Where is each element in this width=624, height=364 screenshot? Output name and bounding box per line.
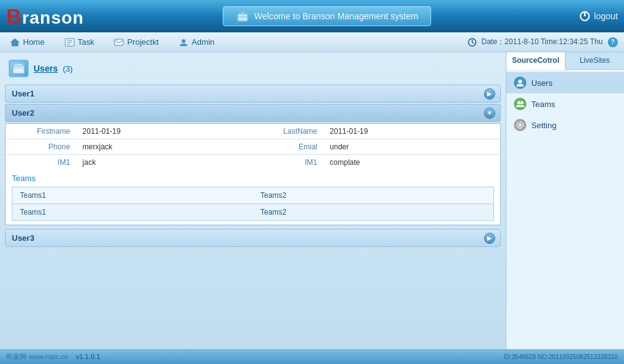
admin-icon: [179, 38, 189, 47]
user1-row[interactable]: User1 ▶: [5, 85, 501, 103]
tab-sourcecontrol[interactable]: SourceCotrol: [506, 52, 566, 70]
svg-rect-15: [13, 65, 24, 73]
footer-version: v1.1.0.1: [76, 353, 100, 360]
user1-expand-btn[interactable]: ▶: [484, 88, 495, 100]
svg-point-20: [521, 101, 524, 105]
email-value: under: [324, 139, 500, 155]
phone-label: Phone: [6, 139, 77, 155]
teams-row2-col1: Teams1: [12, 204, 253, 221]
task-icon: [65, 38, 75, 47]
power-icon: [579, 11, 590, 22]
nav-project[interactable]: Projectkt: [110, 36, 162, 48]
teams-title: Teams: [12, 174, 494, 183]
user2-name-row: Firstname 2011-01-19 LastName 2011-01-19: [6, 124, 500, 139]
im1b-value: complate: [324, 155, 500, 170]
footer: 昨家网 www.nipic.cn v1.1.0.1 ID:3546628 NO:…: [0, 349, 624, 364]
teams-section: Teams Teams1 Teams2 Teams1 Teams2: [6, 170, 500, 225]
home-icon: [10, 38, 20, 47]
svg-line-14: [472, 42, 474, 44]
nav-task[interactable]: Task: [61, 36, 98, 48]
email-label: Emial: [253, 139, 324, 155]
im1-label: IM1: [6, 155, 77, 170]
im1-value: jack: [77, 155, 253, 170]
right-sidebar: SourceCotrol LiveSites Users: [506, 52, 624, 349]
logo: Branson: [6, 4, 84, 29]
briefcase-icon: [236, 11, 249, 22]
teams-menu-icon: [514, 98, 526, 110]
teams-row-2: Teams1 Teams2: [12, 204, 494, 221]
nav-task-label: Task: [78, 37, 95, 47]
teams-row2-col2: Teams2: [253, 204, 494, 221]
user2-row[interactable]: User2 ▼: [5, 104, 501, 122]
footer-watermark-text: 昨家网 www.nipic.cn: [6, 353, 68, 360]
sidebar-item-setting[interactable]: Setting: [506, 114, 624, 136]
user2-im-row: IM1 jack IM1 complate: [6, 155, 500, 170]
nav-datetime: Date：2011-8-10 Time:12:34:25 Thu ?: [468, 37, 618, 47]
users-page-icon: [9, 60, 29, 77]
firstname-label: Firstname: [6, 124, 77, 139]
teams-row-1: Teams1 Teams2: [12, 187, 494, 204]
teams-row1-col2: Teams2: [253, 187, 494, 204]
firstname-value: 2011-01-19: [77, 124, 253, 139]
datetime-text: Date：2011-8-10 Time:12:34:25 Thu: [482, 37, 603, 47]
lastname-label: LastName: [253, 124, 324, 139]
footer-watermark: 昨家网 www.nipic.cn v1.1.0.1: [6, 352, 100, 362]
user3-expand-btn[interactable]: ▶: [484, 233, 495, 244]
nav-home[interactable]: Home: [6, 36, 49, 48]
tab-livesites[interactable]: LiveSites: [566, 52, 624, 69]
users-header: Users (3): [5, 57, 501, 80]
svg-rect-0: [238, 14, 248, 21]
page-title: Users: [34, 63, 58, 73]
lastname-value: 2011-01-19: [324, 124, 500, 139]
user-count: (3): [63, 64, 73, 73]
nav-project-label: Projectkt: [127, 37, 159, 47]
sidebar-menu: Users Teams: [506, 70, 624, 138]
nav-admin-label: Admin: [192, 37, 215, 47]
svg-rect-16: [14, 63, 23, 66]
gear-menu-icon: [514, 119, 526, 131]
nav-admin[interactable]: Admin: [175, 36, 218, 48]
header-center: Welcome to Branson Management system: [84, 6, 570, 26]
sidebar-tabs: SourceCotrol LiveSites: [506, 52, 624, 70]
user2-label: User2: [12, 108, 34, 118]
nav-home-label: Home: [23, 37, 45, 47]
svg-point-21: [519, 124, 521, 126]
help-icon[interactable]: ?: [608, 37, 618, 47]
svg-rect-10: [114, 39, 123, 45]
logo-b: B: [6, 4, 22, 28]
sidebar-item-teams[interactable]: Teams: [506, 93, 624, 114]
clock-icon: [468, 38, 477, 47]
svg-marker-5: [11, 39, 19, 46]
svg-point-18: [518, 80, 522, 83]
welcome-text: Welcome to Branson Management system: [254, 11, 419, 21]
user2-fields-table: Firstname 2011-01-19 LastName 2011-01-19…: [6, 124, 500, 170]
svg-rect-1: [241, 12, 244, 14]
teams-row1-col1: Teams1: [12, 187, 253, 204]
content-area: Users (3) User1 ▶ User2 ▼ Firstname 2011…: [0, 52, 506, 349]
svg-point-11: [182, 39, 185, 43]
im1b-label: IM1: [253, 155, 324, 170]
user2-detail: Firstname 2011-01-19 LastName 2011-01-19…: [5, 123, 501, 225]
sidebar-setting-label: Setting: [531, 121, 556, 130]
main-layout: Users (3) User1 ▶ User2 ▼ Firstname 2011…: [0, 52, 624, 349]
sidebar-item-users[interactable]: Users: [506, 72, 624, 93]
phone-value: merxjack: [77, 139, 253, 155]
svg-point-19: [518, 101, 521, 105]
header: Branson Welcome to Branson Management sy…: [0, 0, 624, 32]
sidebar-users-label: Users: [531, 78, 552, 88]
welcome-box: Welcome to Branson Management system: [223, 6, 432, 26]
email-icon: [114, 38, 124, 47]
user3-row[interactable]: User3 ▶: [5, 229, 501, 247]
user1-label: User1: [12, 89, 34, 98]
sidebar-teams-label: Teams: [531, 100, 555, 109]
user2-phone-row: Phone merxjack Emial under: [6, 139, 500, 155]
user3-label: User3: [12, 233, 34, 243]
user2-expand-btn[interactable]: ▼: [484, 108, 495, 119]
teams-table: Teams1 Teams2 Teams1 Teams2: [12, 187, 494, 221]
footer-id: ID:3546628 NO:20110925082513338310: [504, 353, 618, 360]
user-menu-icon: [514, 77, 526, 89]
logout-button[interactable]: logout: [579, 11, 618, 22]
navbar: Home Task Projectkt Admin Date：2011-8-10…: [0, 32, 624, 52]
logout-label: logout: [594, 11, 618, 21]
